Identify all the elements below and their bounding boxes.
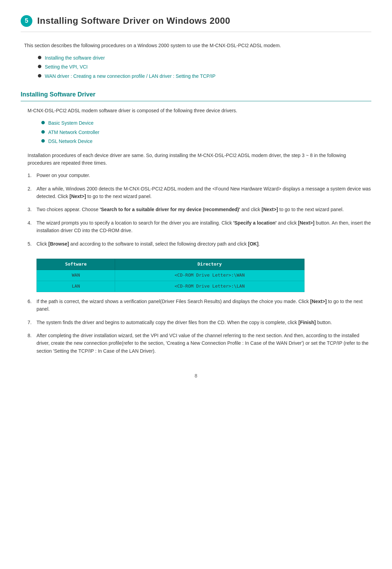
section-number: 5	[25, 16, 28, 26]
device-bullet-2	[41, 130, 45, 134]
step-7-finish: [Finish]	[298, 320, 316, 325]
device-link-atm[interactable]: ATM Network Controller	[48, 128, 99, 136]
step-3-text: Two choices appear. Choose 'Search to fo…	[37, 206, 371, 213]
device-link-dsl[interactable]: DSL Network Device	[48, 137, 93, 145]
toc-item-2: Setting the VPI, VCI	[38, 63, 371, 71]
step-4-specify: 'Specify a location'	[233, 220, 277, 226]
install-driver-section: Installing Software Driver M-CNX-DSL-PCI…	[21, 90, 371, 355]
step-6-text: If the path is correct, the wizard shows…	[37, 298, 371, 313]
table-cell-lan-directory: <CD-ROM Drive Letter>:\LAN	[115, 281, 304, 292]
section-intro: M-CNX-DSL-PCI2 ADSL modem software drive…	[28, 107, 371, 114]
table-row-wan: WAN <CD-ROM Drive Letter>:\WAN	[37, 270, 305, 281]
step-5-text: Click [Browse] and according to the soft…	[37, 240, 371, 292]
table-row-lan: LAN <CD-ROM Drive Letter>:\LAN	[37, 281, 305, 292]
toc-bullet-1	[38, 56, 41, 59]
step-5-browse: [Browse]	[48, 241, 69, 247]
toc-bullet-2	[38, 65, 41, 68]
table-cell-lan-software: LAN	[37, 281, 115, 292]
section-title: Installing Software Driver	[21, 90, 371, 101]
step-3: 3. Two choices appear. Choose 'Search to…	[28, 206, 371, 213]
step-4-next: [Next>]	[298, 220, 314, 226]
table-header-software: Software	[37, 259, 115, 270]
step-2-next: [Next>]	[70, 194, 86, 199]
step-6: 6. If the path is correct, the wizard sh…	[28, 298, 371, 313]
toc-link-1[interactable]: Installing the software driver	[45, 54, 105, 62]
install-note: Installation procedures of each device d…	[28, 152, 371, 167]
step-3-next: [Next>]	[261, 207, 278, 212]
step-3-choice: 'Search to for a suitable driver for my …	[100, 207, 240, 212]
step-4: 4. The wizard prompts you to specify a l…	[28, 219, 371, 235]
table-header-directory: Directory	[115, 259, 304, 270]
install-steps: 1. Power on your computer. 2. After a wh…	[28, 172, 371, 355]
step-8-text: After completing the driver installation…	[37, 332, 371, 355]
step-7-text: The system finds the driver and begins t…	[37, 319, 371, 326]
step-6-next: [Next>]	[310, 299, 327, 304]
step-1: 1. Power on your computer.	[28, 172, 371, 179]
step-7-number: 7.	[28, 319, 34, 326]
directory-table: Software Directory WAN <CD-ROM Drive Let…	[37, 259, 305, 292]
step-3-number: 3.	[28, 206, 34, 213]
table-cell-wan-directory: <CD-ROM Drive Letter>:\WAN	[115, 270, 304, 281]
device-item-2: ATM Network Controller	[41, 128, 371, 136]
device-list: Basic System Device ATM Network Controll…	[41, 119, 371, 145]
device-link-basic[interactable]: Basic System Device	[48, 119, 93, 127]
toc-bullet-3	[38, 74, 41, 77]
step-4-number: 4.	[28, 219, 34, 227]
intro-paragraph: This section describes the following pro…	[24, 42, 371, 49]
step-8: 8. After completing the driver installat…	[28, 332, 371, 355]
step-5-ok: [OK]	[248, 241, 258, 247]
page-number: 8	[195, 373, 197, 379]
step-2-number: 2.	[28, 185, 34, 193]
page-title: Installing Software Driver on Windows 20…	[37, 14, 230, 28]
step-2-text: After a while, Windows 2000 detects the …	[37, 185, 371, 200]
toc-list: Installing the software driver Setting t…	[38, 54, 371, 80]
toc-link-2[interactable]: Setting the VPI, VCI	[45, 63, 88, 71]
step-6-number: 6.	[28, 298, 34, 305]
table-cell-wan-software: WAN	[37, 270, 115, 281]
device-bullet-3	[41, 139, 45, 143]
toc-link-3[interactable]: WAN driver : Creating a new connection p…	[45, 72, 216, 80]
page-header: 5 Installing Software Driver on Windows …	[21, 14, 371, 32]
step-1-text: Power on your computer.	[37, 172, 371, 179]
section-content: M-CNX-DSL-PCI2 ADSL modem software drive…	[24, 107, 371, 355]
device-bullet-1	[41, 121, 45, 124]
step-5: 5. Click [Browse] and according to the s…	[28, 240, 371, 292]
step-7: 7. The system finds the driver and begin…	[28, 319, 371, 326]
step-8-number: 8.	[28, 332, 34, 339]
step-1-number: 1.	[28, 172, 34, 179]
step-2: 2. After a while, Windows 2000 detects t…	[28, 185, 371, 200]
toc-item-3: WAN driver : Creating a new connection p…	[38, 72, 371, 80]
device-item-3: DSL Network Device	[41, 137, 371, 145]
section-number-icon: 5	[21, 15, 32, 27]
toc-item-1: Installing the software driver	[38, 54, 371, 62]
step-4-text: The wizard prompts you to specify a loca…	[37, 219, 371, 235]
step-5-number: 5.	[28, 240, 34, 248]
device-item-1: Basic System Device	[41, 119, 371, 127]
page-footer: 8	[21, 372, 371, 380]
